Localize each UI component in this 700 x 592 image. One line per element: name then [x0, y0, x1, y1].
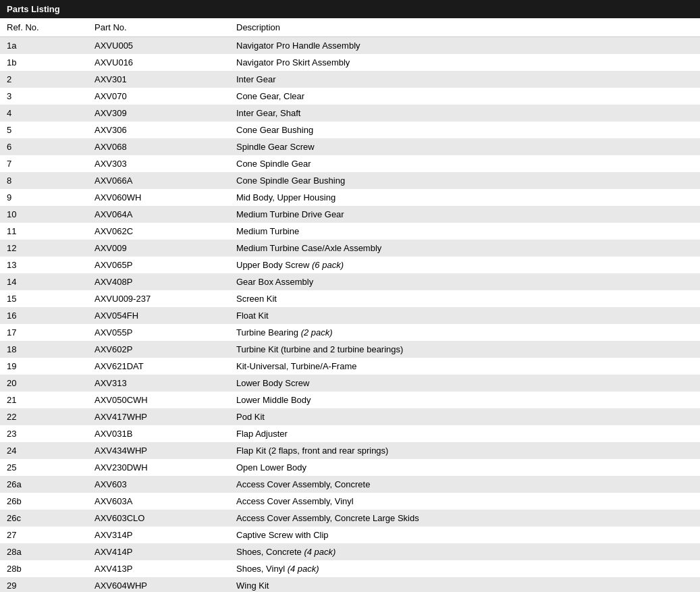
parts-table: Ref. No. Part No. Description 1aAXVU005N… — [0, 18, 700, 592]
cell-ref: 5 — [0, 122, 88, 138]
cell-desc: Access Cover Assembly, Concrete Large Sk… — [230, 510, 700, 527]
cell-ref: 15 — [0, 290, 88, 307]
cell-desc: Navigator Pro Handle Assembly — [230, 37, 700, 55]
cell-desc: Access Cover Assembly, Concrete — [230, 476, 700, 493]
table-row: 8AXV066ACone Spindle Gear Bushing — [0, 172, 700, 189]
table-row: 20AXV313Lower Body Screw — [0, 375, 700, 392]
cell-part: AXVU005 — [88, 37, 230, 55]
cell-desc: Lower Middle Body — [230, 392, 700, 408]
cell-desc: Inter Gear, Shaft — [230, 105, 700, 122]
cell-ref: 28a — [0, 543, 88, 560]
table-row: 23AXV031BFlap Adjuster — [0, 425, 700, 442]
cell-desc: Cone Spindle Gear Bushing — [230, 172, 700, 189]
col-header-ref: Ref. No. — [0, 18, 88, 37]
cell-desc: Cone Spindle Gear — [230, 155, 700, 172]
table-row: 28bAXV413PShoes, Vinyl (4 pack) — [0, 560, 700, 577]
cell-ref: 26a — [0, 476, 88, 493]
cell-part: AXVU016 — [88, 54, 230, 71]
cell-ref: 1b — [0, 54, 88, 71]
table-row: 7AXV303Cone Spindle Gear — [0, 155, 700, 172]
cell-ref: 27 — [0, 527, 88, 543]
cell-ref: 28b — [0, 560, 88, 577]
cell-ref: 21 — [0, 392, 88, 408]
table-row: 1bAXVU016Navigator Pro Skirt Assembly — [0, 54, 700, 71]
cell-part: AXV621DAT — [88, 358, 230, 375]
table-row: 17AXV055PTurbine Bearing (2 pack) — [0, 324, 700, 341]
cell-desc: Float Kit — [230, 307, 700, 324]
page-header: Parts Listing — [0, 0, 700, 18]
table-row: 12AXV009Medium Turbine Case/Axle Assembl… — [0, 240, 700, 257]
cell-part: AXV054FH — [88, 307, 230, 324]
table-header-row: Ref. No. Part No. Description — [0, 18, 700, 37]
cell-part: AXV417WHP — [88, 408, 230, 425]
header-title: Parts Listing — [7, 4, 60, 14]
cell-part: AXV306 — [88, 122, 230, 138]
cell-part: AXV060WH — [88, 189, 230, 206]
cell-ref: 19 — [0, 358, 88, 375]
cell-desc: Kit-Universal, Turbine/A-Frame — [230, 358, 700, 375]
cell-ref: 1a — [0, 37, 88, 55]
cell-desc: Medium Turbine Drive Gear — [230, 206, 700, 223]
cell-desc: Shoes, Concrete (4 pack) — [230, 543, 700, 560]
cell-desc: Flap Adjuster — [230, 425, 700, 442]
cell-part: AXV603A — [88, 493, 230, 510]
table-row: 29AXV604WHPWing Kit — [0, 577, 700, 592]
table-row: 4AXV309Inter Gear, Shaft — [0, 105, 700, 122]
table-row: 26aAXV603Access Cover Assembly, Concrete — [0, 476, 700, 493]
cell-ref: 23 — [0, 425, 88, 442]
cell-part: AXV313 — [88, 375, 230, 392]
cell-desc: Navigator Pro Skirt Assembly — [230, 54, 700, 71]
cell-part: AXV066A — [88, 172, 230, 189]
cell-desc: Gear Box Assembly — [230, 273, 700, 290]
table-row: 5AXV306Cone Gear Bushing — [0, 122, 700, 138]
table-row: 27AXV314PCaptive Screw with Clip — [0, 527, 700, 543]
cell-ref: 24 — [0, 442, 88, 459]
cell-desc: Cone Gear Bushing — [230, 122, 700, 138]
cell-ref: 6 — [0, 138, 88, 155]
cell-ref: 17 — [0, 324, 88, 341]
cell-ref: 9 — [0, 189, 88, 206]
cell-desc: Shoes, Vinyl (4 pack) — [230, 560, 700, 577]
cell-ref: 12 — [0, 240, 88, 257]
cell-desc: Pod Kit — [230, 408, 700, 425]
cell-part: AXV031B — [88, 425, 230, 442]
cell-part: AXV413P — [88, 560, 230, 577]
cell-part: AXV603 — [88, 476, 230, 493]
cell-part: AXV414P — [88, 543, 230, 560]
cell-part: AXV055P — [88, 324, 230, 341]
table-row: 1aAXVU005Navigator Pro Handle Assembly — [0, 37, 700, 55]
table-row: 9AXV060WHMid Body, Upper Housing — [0, 189, 700, 206]
table-row: 13AXV065PUpper Body Screw (6 pack) — [0, 257, 700, 273]
cell-ref: 25 — [0, 459, 88, 476]
table-row: 25AXV230DWHOpen Lower Body — [0, 459, 700, 476]
cell-desc: Wing Kit — [230, 577, 700, 592]
cell-ref: 3 — [0, 88, 88, 105]
table-row: 11AXV062CMedium Turbine — [0, 223, 700, 240]
cell-ref: 26b — [0, 493, 88, 510]
table-row: 3AXV070Cone Gear, Clear — [0, 88, 700, 105]
cell-ref: 8 — [0, 172, 88, 189]
cell-part: AXV070 — [88, 88, 230, 105]
cell-desc: Lower Body Screw — [230, 375, 700, 392]
table-row: 26bAXV603AAccess Cover Assembly, Vinyl — [0, 493, 700, 510]
table-row: 19AXV621DATKit-Universal, Turbine/A-Fram… — [0, 358, 700, 375]
cell-part: AXV230DWH — [88, 459, 230, 476]
cell-part: AXV408P — [88, 273, 230, 290]
cell-desc: Medium Turbine Case/Axle Assembly — [230, 240, 700, 257]
cell-ref: 20 — [0, 375, 88, 392]
table-row: 15AXVU009-237Screen Kit — [0, 290, 700, 307]
cell-ref: 14 — [0, 273, 88, 290]
cell-part: AXV009 — [88, 240, 230, 257]
cell-part: AXV064A — [88, 206, 230, 223]
cell-part: AXV309 — [88, 105, 230, 122]
cell-ref: 22 — [0, 408, 88, 425]
table-row: 22AXV417WHPPod Kit — [0, 408, 700, 425]
table-row: 26cAXV603CLOAccess Cover Assembly, Concr… — [0, 510, 700, 527]
cell-part: AXV068 — [88, 138, 230, 155]
table-row: 16AXV054FHFloat Kit — [0, 307, 700, 324]
cell-ref: 29 — [0, 577, 88, 592]
cell-ref: 18 — [0, 341, 88, 358]
cell-desc: Open Lower Body — [230, 459, 700, 476]
table-row: 24AXV434WHPFlap Kit (2 flaps, front and … — [0, 442, 700, 459]
cell-ref: 4 — [0, 105, 88, 122]
